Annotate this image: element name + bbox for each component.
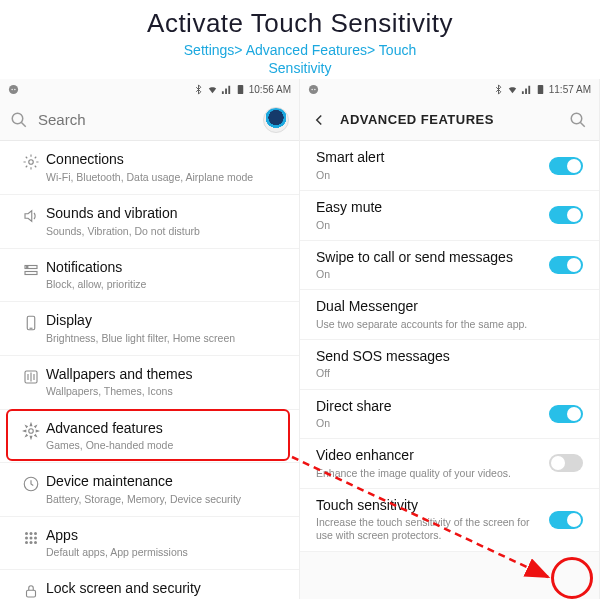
apps-icon	[16, 527, 46, 547]
search-bar[interactable]	[0, 99, 299, 141]
row-subtitle: On	[316, 169, 543, 182]
search-input[interactable]	[38, 111, 263, 128]
lock-icon	[16, 580, 46, 599]
back-icon[interactable]	[310, 111, 328, 129]
svg-point-18	[25, 536, 28, 539]
search-icon	[10, 111, 28, 129]
svg-point-23	[34, 541, 37, 544]
settings-row-notifications[interactable]: NotificationsBlock, allow, prioritize	[0, 249, 299, 303]
row-subtitle: Block, allow, prioritize	[46, 278, 277, 291]
row-title: Send SOS messages	[316, 348, 577, 366]
advanced-features-list: Smart alertOnEasy muteOnSwipe to call or…	[300, 141, 599, 551]
toggle-switch[interactable]	[549, 256, 583, 274]
settings-row-apps[interactable]: AppsDefault apps, App permissions	[0, 517, 299, 571]
bluetooth-icon	[493, 84, 504, 95]
feature-row[interactable]: Swipe to call or send messagesOn	[300, 241, 599, 291]
wifi-icon	[507, 84, 518, 95]
feature-row[interactable]: Direct shareOn	[300, 390, 599, 440]
row-subtitle: Enhance the image quality of your videos…	[316, 467, 543, 480]
row-title: Swipe to call or send messages	[316, 249, 543, 267]
row-title: Smart alert	[316, 149, 543, 167]
row-title: Connections	[46, 151, 277, 169]
svg-point-19	[30, 536, 33, 539]
toggle-switch[interactable]	[549, 206, 583, 224]
row-subtitle: On	[316, 268, 543, 281]
row-subtitle: Off	[316, 367, 577, 380]
row-title: Display	[46, 312, 277, 330]
row-title: Device maintenance	[46, 473, 277, 491]
maintenance-icon	[16, 473, 46, 493]
row-title: Sounds and vibration	[46, 205, 277, 223]
row-subtitle: Use two separate accounts for the same a…	[316, 318, 577, 331]
page-title: Activate Touch Sensitivity	[0, 8, 600, 39]
toggle-switch[interactable]	[549, 405, 583, 423]
svg-point-1	[11, 89, 12, 90]
svg-rect-8	[25, 271, 37, 274]
svg-point-9	[27, 266, 29, 268]
feature-row[interactable]: Send SOS messagesOff	[300, 340, 599, 390]
row-subtitle: Wi-Fi, Bluetooth, Data usage, Airplane m…	[46, 171, 277, 184]
feature-row[interactable]: Dual MessengerUse two separate accounts …	[300, 290, 599, 340]
row-subtitle: Games, One-handed mode	[46, 439, 277, 452]
row-title: Easy mute	[316, 199, 543, 217]
svg-point-26	[311, 89, 312, 90]
sound-icon	[16, 205, 46, 225]
feature-row[interactable]: Touch sensitivityIncrease the touch sens…	[300, 489, 599, 552]
status-time: 10:56 AM	[249, 84, 291, 95]
settings-row-display[interactable]: DisplayBrightness, Blue light filter, Ho…	[0, 302, 299, 356]
row-title: Wallpapers and themes	[46, 366, 277, 384]
row-subtitle: Sounds, Vibration, Do not disturb	[46, 225, 277, 238]
row-subtitle: On	[316, 219, 543, 232]
settings-row-sound[interactable]: Sounds and vibrationSounds, Vibration, D…	[0, 195, 299, 249]
svg-point-2	[14, 89, 15, 90]
svg-point-25	[309, 85, 318, 94]
feature-row[interactable]: Easy muteOn	[300, 191, 599, 241]
avatar[interactable]	[263, 107, 289, 133]
settings-row-wallpaper[interactable]: Wallpapers and themesWallpapers, Themes,…	[0, 356, 299, 410]
toggle-switch[interactable]	[549, 511, 583, 529]
svg-line-5	[21, 122, 26, 127]
feature-row[interactable]: Smart alertOn	[300, 141, 599, 191]
settings-row-maintenance[interactable]: Device maintenanceBattery, Storage, Memo…	[0, 463, 299, 517]
row-title: Lock screen and security	[46, 580, 277, 598]
connections-icon	[16, 151, 46, 171]
svg-point-16	[30, 532, 33, 535]
status-time: 11:57 AM	[549, 84, 591, 95]
row-title: Apps	[46, 527, 277, 545]
svg-point-0	[9, 85, 18, 94]
svg-point-20	[34, 536, 37, 539]
svg-rect-24	[27, 591, 36, 598]
svg-point-6	[29, 160, 34, 165]
settings-row-lock[interactable]: Lock screen and securityAlways On Displa…	[0, 570, 299, 599]
wallpaper-icon	[16, 366, 46, 386]
svg-point-22	[30, 541, 33, 544]
row-title: Advanced features	[46, 420, 277, 438]
advanced-icon	[16, 420, 46, 440]
bluetooth-icon	[193, 84, 204, 95]
notifications-icon	[16, 259, 46, 279]
row-title: Video enhancer	[316, 447, 543, 465]
row-title: Notifications	[46, 259, 277, 277]
toggle-switch[interactable]	[549, 454, 583, 472]
settings-row-advanced[interactable]: Advanced featuresGames, One-handed mode	[0, 410, 299, 464]
search-icon[interactable]	[569, 111, 587, 129]
row-title: Direct share	[316, 398, 543, 416]
settings-row-connections[interactable]: ConnectionsWi-Fi, Bluetooth, Data usage,…	[0, 141, 299, 195]
feature-row[interactable]: Video enhancerEnhance the image quality …	[300, 439, 599, 489]
svg-point-4	[12, 113, 23, 124]
settings-screen: 10:56 AM ConnectionsWi-Fi, Bluetooth, Da…	[0, 79, 300, 599]
display-icon	[16, 312, 46, 332]
svg-point-13	[29, 428, 34, 433]
reddit-icon	[308, 84, 319, 95]
svg-point-27	[314, 89, 315, 90]
app-bar: ADVANCED FEATURES	[300, 99, 599, 141]
status-bar: 11:57 AM	[300, 79, 599, 99]
toggle-switch[interactable]	[549, 157, 583, 175]
svg-rect-28	[537, 85, 543, 94]
reddit-icon	[8, 84, 19, 95]
advanced-features-screen: 11:57 AM ADVANCED FEATURES Smart alertOn…	[300, 79, 600, 599]
signal-icon	[521, 84, 532, 95]
row-subtitle: Increase the touch sensitivity of the sc…	[316, 516, 543, 542]
wifi-icon	[207, 84, 218, 95]
row-subtitle: Brightness, Blue light filter, Home scre…	[46, 332, 277, 345]
